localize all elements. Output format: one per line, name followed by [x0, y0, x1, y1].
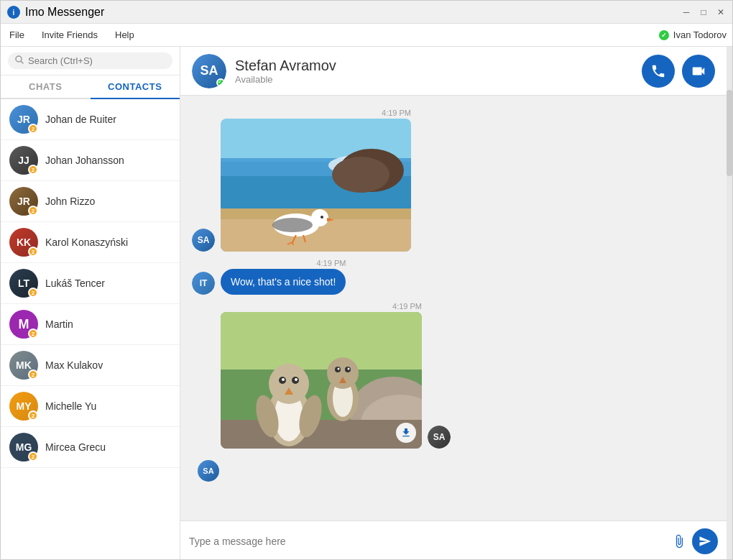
main-layout: CHATS CONTACTS JR 2 Johan de Ruiter JJ 2… [1, 47, 732, 560]
titlebar: i Imo Messenger ─ □ ✕ [1, 1, 732, 24]
msg-image[interactable] [221, 119, 411, 252]
menu-file[interactable]: File [6, 27, 27, 43]
sidebar-tabs: CHATS CONTACTS [1, 75, 180, 99]
message-row: 4:19 PM Wow, that's a nice shot! IT [192, 257, 715, 295]
svg-rect-25 [221, 420, 422, 449]
unread-badge: 2 [28, 451, 38, 462]
svg-point-38 [327, 357, 359, 389]
video-icon [691, 63, 706, 79]
sidebar: CHATS CONTACTS JR 2 Johan de Ruiter JJ 2… [1, 47, 180, 560]
search-input-wrap[interactable] [8, 52, 172, 69]
msg-sender-avatar: SA [192, 229, 215, 252]
search-input[interactable] [28, 55, 165, 66]
maximize-button[interactable]: □ [698, 6, 709, 18]
contact-name: Martin [45, 318, 73, 330]
svg-point-41 [338, 368, 340, 370]
contact-name: Karol Konaszyński [45, 237, 128, 248]
msg-image[interactable] [221, 312, 422, 449]
contact-name: Michelle Yu [45, 400, 96, 412]
list-item[interactable]: LT 2 Lukáš Tencer [1, 263, 180, 304]
svg-point-32 [295, 378, 298, 381]
window-controls: ─ □ ✕ [681, 6, 727, 18]
unread-badge: 2 [28, 124, 38, 134]
msg-sender-avatar: IT [192, 272, 215, 295]
svg-point-42 [348, 368, 350, 370]
video-call-button[interactable] [682, 55, 715, 88]
online-status-icon [216, 78, 225, 87]
svg-text:i: i [13, 9, 15, 17]
msg-content: 4:19 PM Wow, that's a nice shot! [221, 257, 346, 295]
download-icon [400, 427, 412, 439]
chat-area: SA Stefan Avramov Available [180, 47, 727, 560]
svg-rect-22 [221, 312, 422, 369]
list-item[interactable]: JR 2 John Rizzo [1, 181, 180, 222]
scrollbar-thumb[interactable] [727, 90, 732, 176]
list-item[interactable]: MG 2 Mircea Grecu [1, 427, 180, 468]
avatar-wrap: MG 2 [9, 433, 38, 462]
send-button[interactable] [692, 528, 718, 554]
minimize-button[interactable]: ─ [681, 6, 692, 18]
unread-badge: 2 [28, 369, 38, 380]
unread-badge: 2 [28, 410, 38, 421]
app-title: Imo Messenger [25, 6, 104, 19]
attachment-button[interactable] [672, 534, 686, 548]
avatar-wrap: LT 2 [9, 269, 38, 298]
list-item[interactable]: MY 2 Michelle Yu [1, 386, 180, 427]
message-input[interactable] [189, 536, 666, 547]
close-button[interactable]: ✕ [715, 6, 727, 18]
msg-time: 4:19 PM [392, 302, 422, 311]
msg-time: 4:19 PM [316, 259, 346, 267]
avatar-wrap: JJ 2 [9, 146, 38, 175]
right-scrollbar[interactable] [727, 47, 732, 560]
avatar-wrap: KK 2 [9, 228, 38, 257]
voice-call-button[interactable] [642, 55, 675, 88]
contact-name: Mircea Grecu [45, 441, 106, 453]
chat-contact-name: Stefan Avramov [235, 58, 633, 74]
tab-contacts[interactable]: CONTACTS [91, 75, 180, 99]
send-icon [699, 535, 711, 548]
svg-point-28 [269, 364, 309, 404]
list-item[interactable]: JR 2 Johan de Ruiter [1, 99, 180, 140]
svg-point-15 [321, 216, 323, 219]
avatar-wrap: M 2 [9, 310, 38, 339]
list-item[interactable]: MK 2 Max Kulakov [1, 345, 180, 386]
menu-invite[interactable]: Invite Friends [39, 27, 101, 43]
app-logo-icon: i [6, 5, 21, 19]
svg-line-3 [21, 61, 23, 63]
list-item[interactable]: JJ 2 Johan Johansson [1, 140, 180, 181]
menu-items: File Invite Friends Help [6, 27, 137, 43]
unread-badge: 2 [28, 165, 38, 175]
paperclip-icon [672, 534, 686, 548]
unread-badge: 2 [28, 288, 38, 298]
tab-chats[interactable]: CHATS [1, 75, 91, 98]
menubar: File Invite Friends Help Ivan Todorov [1, 24, 732, 47]
chat-actions [642, 55, 715, 88]
chat-header: SA Stefan Avramov Available [180, 47, 727, 96]
unread-badge: 2 [28, 329, 38, 339]
contact-name: Johan de Ruiter [45, 114, 116, 125]
svg-line-20 [292, 242, 293, 245]
chat-header-info: Stefan Avramov Available [235, 58, 633, 85]
search-bar [1, 47, 180, 75]
contact-name: Max Kulakov [45, 359, 103, 371]
msg-text-bubble: Wow, that's a nice shot! [221, 269, 346, 295]
list-item[interactable]: KK 2 Karol Konaszyński [1, 222, 180, 263]
menu-help[interactable]: Help [112, 27, 137, 43]
chat-messages: SA 4:19 PM [180, 96, 727, 520]
msg-text: Wow, that's a nice shot! [231, 276, 336, 288]
user-status-icon [659, 30, 669, 40]
message-row: SA 4:19 PM [192, 107, 715, 252]
user-name: Ivan Todorov [673, 29, 727, 40]
download-button[interactable] [396, 423, 416, 443]
contact-list: JR 2 Johan de Ruiter JJ 2 Johan Johansso… [1, 99, 180, 560]
contact-avatar: SA [192, 54, 226, 88]
chat-contact-status: Available [235, 74, 633, 85]
typing-avatar: SA [198, 460, 219, 482]
list-item[interactable]: M 2 Martin [1, 304, 180, 345]
msg-content: 4:19 PM [221, 107, 411, 252]
contact-name: Johan Johansson [45, 155, 124, 166]
svg-point-31 [282, 378, 285, 381]
titlebar-left: i Imo Messenger [6, 5, 104, 19]
svg-point-16 [272, 218, 313, 232]
unread-badge: 2 [28, 247, 38, 257]
